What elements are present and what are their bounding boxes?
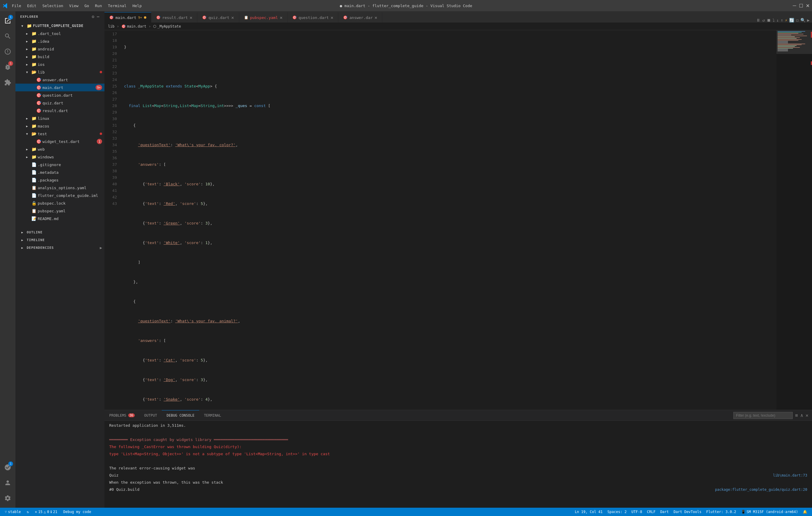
menu-go[interactable]: Go — [84, 4, 89, 8]
inspect-icon[interactable]: 🔍 — [801, 18, 806, 23]
tab-close[interactable]: × — [280, 15, 283, 21]
tree-gitignore[interactable]: ▶ 📄 .gitignore — [16, 161, 105, 169]
hot-reload-icon[interactable]: ⚡ — [785, 18, 787, 23]
tab-close[interactable]: × — [190, 15, 193, 21]
menu-view[interactable]: View — [69, 4, 78, 8]
tree-dependencies[interactable]: ▶ DEPENDENCIES ▶ — [16, 244, 105, 251]
tree-timeline[interactable]: ▶ TIMELINE — [16, 236, 105, 244]
menu-terminal[interactable]: Terminal — [108, 4, 127, 8]
tree-answer-dart[interactable]: ▶ 🎯 answer.dart — [16, 76, 105, 84]
pause-icon[interactable]: ⏸ — [756, 18, 760, 23]
file-ref-quiz-build[interactable]: package:flutter_complete_guide/quiz.dart… — [715, 487, 807, 492]
menu-run[interactable]: Run — [95, 4, 102, 8]
tree-metadata[interactable]: ▶ 📄 .metadata — [16, 169, 105, 176]
close-button[interactable]: ✕ — [806, 4, 810, 8]
status-branch[interactable]: ⑂ stable — [2, 508, 23, 516]
tab-close[interactable]: × — [330, 15, 334, 21]
tree-pubspec-lock[interactable]: ▶ 🔒 pubspec.lock — [16, 199, 105, 207]
activity-debug[interactable]: 1 — [1, 60, 15, 74]
file-ref-quiz[interactable]: lib\main.dart:73 — [773, 473, 807, 478]
stop-icon[interactable]: ⏹ — [766, 18, 771, 23]
panel-list-icon[interactable]: ≡ — [795, 413, 798, 418]
activity-extensions[interactable] — [1, 75, 15, 90]
status-eol[interactable]: CRLF — [645, 510, 658, 514]
tree-ios[interactable]: ▶ 📁 ios — [16, 60, 105, 68]
status-device[interactable]: 📱 SM M315F (android-arm64) — [739, 510, 801, 514]
activity-account[interactable] — [1, 476, 15, 490]
activity-settings[interactable] — [1, 491, 15, 505]
hot-restart-icon[interactable]: 🔄 — [789, 18, 794, 23]
more-icon[interactable]: ▶ — [807, 18, 810, 23]
tree-readme[interactable]: ▶ 📝 README.md — [16, 215, 105, 222]
step-out-icon[interactable]: ↑ — [781, 18, 783, 23]
activity-source-control[interactable] — [1, 44, 15, 59]
status-sync[interactable]: ↻ — [24, 508, 31, 516]
menu-help[interactable]: Help — [133, 4, 142, 8]
tree-windows[interactable]: ▶ 📁 windows — [16, 153, 105, 161]
tree-web[interactable]: ▶ 📁 web — [16, 145, 105, 153]
more-icon[interactable]: ⋯ — [97, 14, 100, 19]
tab-close[interactable]: × — [375, 15, 378, 21]
menu-edit[interactable]: Edit — [27, 4, 36, 8]
panel-tab-output[interactable]: OUTPUT — [140, 410, 162, 421]
menu-file[interactable]: File — [12, 4, 21, 8]
tree-macos[interactable]: ▶ 📁 macos — [16, 122, 105, 130]
tab-pubspec-yaml[interactable]: 📋 pubspec.yaml × — [239, 12, 288, 23]
tab-close[interactable]: × — [231, 15, 234, 21]
activity-search[interactable] — [1, 29, 15, 43]
tree-widget-test[interactable]: ▶ 🎯 widget_test.dart 1 — [16, 138, 105, 145]
tab-result-dart[interactable]: 🎯 result.dart × — [151, 12, 198, 23]
tab-answer-dart[interactable]: 🎯 answer.dar × — [338, 12, 382, 23]
layout-icon[interactable]: ◻ — [796, 18, 799, 23]
tree-result-dart[interactable]: ▶ 🎯 result.dart — [16, 107, 105, 115]
status-position[interactable]: Ln 19, Col 41 — [573, 510, 605, 514]
filter-input[interactable] — [733, 412, 793, 419]
tree-quiz-dart[interactable]: ▶ 🎯 quiz.dart — [16, 99, 105, 107]
panel-tab-debug[interactable]: DEBUG CONSOLE — [162, 410, 199, 421]
tree-iml[interactable]: ▶ 📄 flutter_complete_guide.iml — [16, 191, 105, 199]
activity-explorer[interactable]: 1 — [1, 13, 15, 28]
tree-analysis-options[interactable]: ▶ 📋 analysis_options.yaml — [16, 184, 105, 191]
status-spaces[interactable]: Spaces: 2 — [605, 510, 629, 514]
breadcrumb-lib[interactable]: lib — [108, 24, 115, 28]
tree-main-dart[interactable]: ▶ 🎯 main.dart 9+ — [16, 84, 105, 91]
breadcrumb-symbol[interactable]: _MyAppState — [157, 24, 181, 28]
tree-build[interactable]: ▶ 📁 build — [16, 53, 105, 60]
tree-dart-tool[interactable]: ▶ 📁 .dart_tool — [16, 30, 105, 37]
tree-linux[interactable]: ▶ 📁 linux — [16, 115, 105, 122]
tab-main-dart[interactable]: 🎯 main.dart 9+ — [105, 12, 151, 23]
tree-question-dart[interactable]: ▶ 🎯 question.dart — [16, 91, 105, 99]
minimize-button[interactable]: ─ — [792, 4, 796, 8]
tree-outline[interactable]: ▶ OUTLINE — [16, 229, 105, 236]
code-content[interactable]: } class _MyAppState extends State<MyApp>… — [122, 30, 776, 410]
tree-android[interactable]: ▶ 📁 android — [16, 45, 105, 53]
panel-tab-problems[interactable]: PROBLEMS 36 — [105, 410, 140, 421]
breadcrumb-file[interactable]: main.dart — [127, 24, 146, 28]
maximize-button[interactable]: ☐ — [799, 4, 803, 8]
tab-question-dart[interactable]: 🎯 question.dart × — [288, 12, 338, 23]
tab-quiz-dart[interactable]: 🎯 quiz.dart × — [197, 12, 239, 23]
tree-root-flutter[interactable]: ▼ 📁 FLUTTER_COMPLETE_GUIDE — [16, 22, 105, 30]
status-language[interactable]: Dart — [658, 510, 671, 514]
step-over-icon[interactable]: ⤵ — [773, 18, 775, 23]
activity-remote[interactable]: 1 — [1, 460, 15, 475]
panel-close-icon[interactable]: ✕ — [806, 413, 808, 418]
status-dart-devtools[interactable]: Dart DevTools — [671, 510, 704, 514]
menu-selection[interactable]: Selection — [42, 4, 63, 8]
status-encoding[interactable]: UTF-8 — [629, 510, 645, 514]
panel-chevron-up[interactable]: ∧ — [801, 413, 803, 418]
tree-lib[interactable]: ▼ 📂 lib — [16, 68, 105, 76]
restart-icon[interactable]: ↺ — [762, 18, 764, 23]
status-debug-mode[interactable]: Debug my code — [61, 508, 93, 516]
status-errors[interactable]: ✕ 15 △ 0 ℹ 21 — [33, 508, 60, 516]
new-file-icon[interactable]: ⚙ — [92, 14, 94, 19]
menu-bar[interactable]: File Edit Selection View Go Run Terminal… — [12, 4, 142, 8]
step-into-icon[interactable]: ↓ — [776, 18, 779, 23]
tree-pubspec-yaml[interactable]: ▶ 📋 pubspec.yaml — [16, 207, 105, 215]
status-flutter-version[interactable]: Flutter: 3.0.2 — [704, 510, 738, 514]
status-notifications[interactable]: 🔔 — [801, 510, 810, 514]
tree-packages[interactable]: ▶ 📄 .packages — [16, 176, 105, 184]
panel-tab-terminal[interactable]: TERMINAL — [199, 410, 226, 421]
tree-test[interactable]: ▼ 📂 test — [16, 130, 105, 138]
tree-idea[interactable]: ▶ 📁 .idea — [16, 37, 105, 45]
